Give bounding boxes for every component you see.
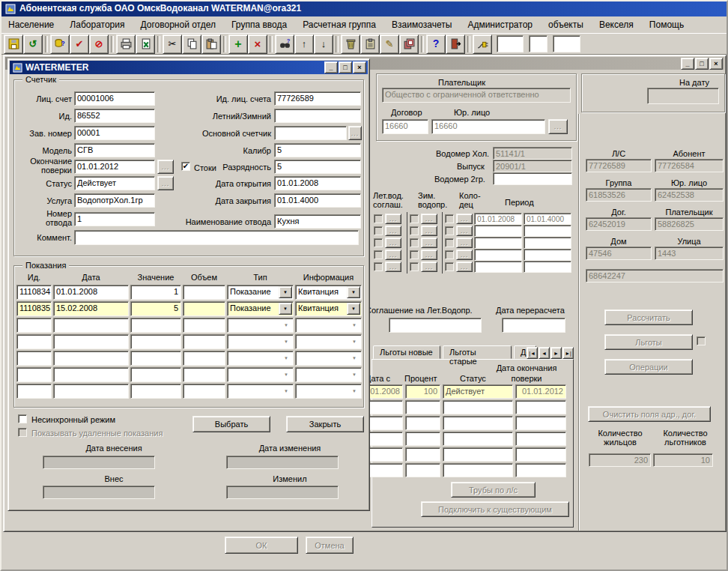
chevron-down-icon[interactable]: ▼: [279, 303, 292, 315]
reading-date-cell[interactable]: [53, 384, 129, 399]
reading-id-cell[interactable]: [16, 384, 52, 399]
reading-value-cell[interactable]: [130, 351, 181, 366]
comment-field[interactable]: [74, 230, 359, 245]
menu-pomosch[interactable]: Помощь: [643, 16, 691, 33]
reading-id-cell[interactable]: 1110834: [16, 285, 52, 300]
benefit-percent-cell[interactable]: [405, 463, 440, 477]
reading-date-cell[interactable]: [53, 318, 129, 333]
reading-id-cell[interactable]: [16, 367, 52, 382]
paste-icon[interactable]: [201, 34, 221, 54]
trash-icon[interactable]: [341, 34, 360, 54]
close-button[interactable]: Закрыть: [286, 416, 364, 432]
connect-icon[interactable]: [473, 34, 492, 54]
clipboard-view-icon[interactable]: [360, 34, 380, 54]
tab-scroll-next-icon[interactable]: ►: [550, 347, 562, 359]
outlet-number-field[interactable]: 1: [74, 212, 155, 226]
reading-value-cell[interactable]: [130, 334, 181, 349]
copy-icon[interactable]: [182, 34, 201, 54]
select-button[interactable]: Выбрать: [192, 416, 270, 432]
reading-value-cell[interactable]: [130, 318, 181, 333]
reading-id-cell[interactable]: 1110835: [16, 301, 52, 316]
add-row-icon[interactable]: +: [228, 34, 248, 54]
find-icon[interactable]: ?: [275, 34, 294, 54]
menu-raschetnaya-gruppa[interactable]: Расчетная группа: [296, 16, 383, 33]
move-down-icon[interactable]: ↓: [314, 34, 333, 54]
status-field[interactable]: Действует: [74, 176, 155, 190]
reading-volume-cell[interactable]: [183, 318, 225, 333]
child-maximize-button[interactable]: □: [695, 58, 709, 70]
menu-naselenie[interactable]: Население: [1, 16, 61, 33]
move-up-icon[interactable]: ↑: [294, 34, 314, 54]
digits-field[interactable]: 5: [274, 160, 361, 174]
benefit-percent-cell[interactable]: [405, 416, 440, 430]
db-query-icon[interactable]: ?: [50, 34, 70, 54]
exit-icon[interactable]: [446, 34, 465, 54]
reading-type-dropdown[interactable]: Показание▼: [227, 301, 294, 316]
reading-volume-cell[interactable]: [183, 285, 225, 300]
tab-scroll-last-icon[interactable]: ►|: [562, 347, 574, 359]
menu-vekselya[interactable]: Векселя: [592, 16, 640, 33]
main-meter-field[interactable]: [274, 126, 347, 140]
export-excel-icon[interactable]: [136, 34, 155, 54]
menu-administrator[interactable]: Администратор: [461, 16, 539, 33]
benefit-verif-cell[interactable]: [515, 432, 566, 446]
cut-icon[interactable]: ✂: [163, 34, 182, 54]
menu-obekty[interactable]: объекты: [542, 16, 590, 33]
reading-date-cell[interactable]: 01.01.2008: [53, 285, 129, 300]
model-field[interactable]: СГВ: [74, 143, 155, 157]
verif-end-field[interactable]: 01.01.2012: [74, 160, 155, 174]
main-meter-lookup-button[interactable]: ...: [348, 126, 362, 140]
account-field[interactable]: 00001006: [74, 91, 155, 106]
reading-volume-cell[interactable]: [183, 334, 225, 349]
help-icon[interactable]: ?: [426, 34, 446, 54]
card-file-icon[interactable]: [399, 34, 419, 54]
menu-laboratoriya[interactable]: Лаборатория: [63, 16, 131, 33]
reading-date-cell[interactable]: 15.02.2008: [53, 301, 129, 316]
reading-info-dropdown[interactable]: Квитанция▼: [295, 285, 362, 300]
print-icon[interactable]: [116, 34, 136, 54]
reading-volume-cell[interactable]: [183, 384, 225, 399]
benefit-percent-cell[interactable]: 100: [405, 384, 440, 399]
tab-benefits-old[interactable]: Льготы старые: [443, 345, 512, 359]
delete-row-icon[interactable]: ×: [248, 34, 267, 54]
menu-dogovornoy-otdel[interactable]: Договорной отдел: [134, 16, 222, 33]
async-mode-checkbox[interactable]: [18, 414, 27, 423]
chevron-down-icon[interactable]: ▼: [347, 303, 360, 315]
child-close-button[interactable]: ×: [709, 58, 723, 70]
save-icon[interactable]: [4, 34, 23, 54]
reading-info-dropdown[interactable]: Квитанция▼: [295, 301, 362, 316]
close-date-field[interactable]: 01.01.4000: [274, 193, 361, 208]
reading-id-cell[interactable]: [16, 334, 52, 349]
cancel-icon[interactable]: ⊘: [89, 34, 109, 54]
chevron-down-icon[interactable]: ▼: [279, 286, 292, 298]
dialog-close-button[interactable]: ×: [353, 61, 366, 73]
dialog-titlebar[interactable]: WATERMETER _ □ ×: [10, 61, 368, 74]
reading-id-cell[interactable]: [16, 351, 52, 366]
status-lookup-button[interactable]: ...: [157, 176, 174, 190]
summer-agreement-field[interactable]: [389, 318, 482, 333]
service-field[interactable]: ВодопотрХол.1гр: [74, 193, 155, 208]
child-minimize-button[interactable]: _: [681, 58, 694, 70]
dialog-minimize-button[interactable]: _: [324, 61, 338, 73]
reading-volume-cell[interactable]: [183, 301, 225, 316]
menu-vzaimozachety[interactable]: Взаимозачеты: [385, 16, 458, 33]
account-id-field[interactable]: 77726589: [274, 91, 361, 106]
tab-benefits-new[interactable]: Льготы новые: [373, 345, 440, 359]
tab-scroll-prev-icon[interactable]: ◄: [539, 347, 550, 359]
reading-id-cell[interactable]: [16, 318, 52, 333]
benefit-percent-cell[interactable]: [405, 447, 440, 462]
caliber-field[interactable]: 5: [274, 143, 361, 157]
reading-date-cell[interactable]: [53, 367, 129, 382]
verif-end-lookup-button[interactable]: ...: [157, 160, 174, 174]
reading-value-cell[interactable]: 5: [130, 301, 181, 316]
benefit-status-cell[interactable]: [443, 416, 513, 430]
open-date-field[interactable]: 01.01.2008: [274, 176, 361, 190]
benefit-percent-cell[interactable]: [405, 400, 440, 414]
reading-value-cell[interactable]: [130, 367, 181, 382]
benefit-verif-cell[interactable]: [515, 416, 566, 430]
reading-volume-cell[interactable]: [183, 351, 225, 366]
dialog-maximize-button[interactable]: □: [339, 61, 352, 73]
chevron-down-icon[interactable]: ▼: [347, 286, 360, 298]
meter-id-field[interactable]: 86552: [74, 109, 155, 123]
commit-check-icon[interactable]: ✔: [70, 34, 89, 54]
